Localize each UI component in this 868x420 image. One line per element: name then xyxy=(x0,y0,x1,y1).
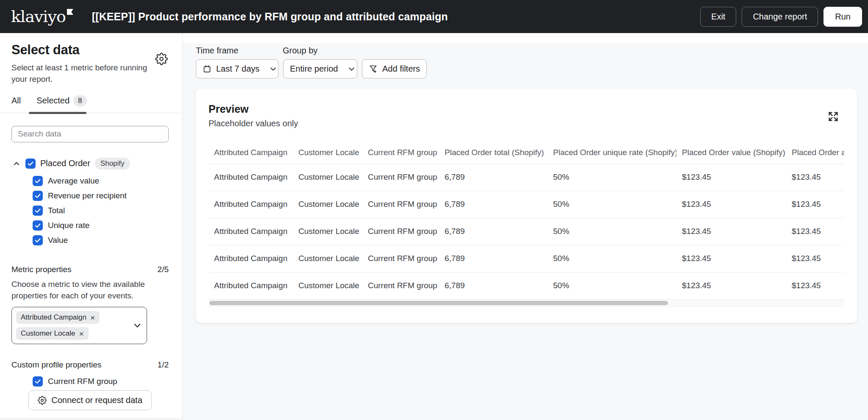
chip-attributed-campaign: Attributed Campaign × xyxy=(16,311,100,324)
gear-icon xyxy=(38,396,47,405)
metric-label: Unique rate xyxy=(48,221,89,230)
group-by-label: Group by xyxy=(283,46,317,56)
metric-item: Value xyxy=(33,235,169,245)
preview-table: Attributed CampaignCustomer LocaleCurren… xyxy=(209,142,844,299)
table-cell: 6,789 xyxy=(439,218,548,245)
metric-label: Total xyxy=(48,206,65,215)
group-by-value: Entire period xyxy=(290,64,338,74)
metric-item: Revenue per recipient xyxy=(33,191,169,201)
column-header: Current RFM group xyxy=(362,142,439,164)
table-cell: $123.45 xyxy=(676,218,786,245)
custom-profile-property-item: Current RFM group xyxy=(33,376,169,387)
metric-checkbox[interactable] xyxy=(33,191,43,201)
klaviyo-logo[interactable]: klaviyo xyxy=(11,8,73,25)
metric-label: Revenue per recipient xyxy=(48,191,127,200)
table-cell: $123.45 xyxy=(786,191,844,218)
chevron-down-icon xyxy=(347,64,356,73)
close-icon: × xyxy=(79,329,84,338)
table-cell: $123.45 xyxy=(676,245,786,272)
tab-selected-label: Selected xyxy=(36,96,70,106)
placed-order-checkbox[interactable] xyxy=(25,159,36,169)
chip-label: Customer Locale xyxy=(21,329,75,338)
top-bar: klaviyo [[KEEP]] Product performance by … xyxy=(0,0,868,33)
metric-checkbox[interactable] xyxy=(33,220,43,231)
preview-subtitle: Placeholder values only xyxy=(209,119,844,128)
table-cell: Customer Locale xyxy=(293,191,362,218)
preview-table-wrapper: Attributed CampaignCustomer LocaleCurren… xyxy=(209,142,844,299)
horizontal-scrollbar[interactable] xyxy=(209,299,844,306)
table-cell: Current RFM group xyxy=(362,191,439,218)
current-rfm-group-checkbox[interactable] xyxy=(33,376,43,387)
table-cell: 50% xyxy=(548,272,676,299)
table-cell: 50% xyxy=(548,218,676,245)
metric-checkbox[interactable] xyxy=(33,235,43,245)
expand-arrows-icon xyxy=(827,111,839,122)
table-cell: Attributed Campaign xyxy=(209,218,293,245)
funnel-plus-icon xyxy=(369,64,378,73)
time-frame-dropdown[interactable]: Last 7 days xyxy=(196,59,278,78)
chevron-down-icon xyxy=(132,320,142,331)
selected-count-badge: 8 xyxy=(73,95,86,106)
run-button[interactable]: Run xyxy=(823,7,862,27)
source-badge: Shopify xyxy=(95,158,130,170)
column-header: Attributed Campaign xyxy=(209,142,293,164)
table-cell: Customer Locale xyxy=(293,164,362,191)
sidebar-settings-button[interactable] xyxy=(155,53,168,65)
tab-selected[interactable]: Selected 8 xyxy=(36,95,86,106)
expand-preview-button[interactable] xyxy=(827,111,839,122)
metric-checkbox[interactable] xyxy=(33,176,43,186)
metric-properties-title: Metric properties xyxy=(11,265,72,274)
table-cell: 50% xyxy=(548,191,676,218)
custom-profile-property-label: Current RFM group xyxy=(48,377,117,386)
table-cell: Attributed Campaign xyxy=(209,191,293,218)
custom-profile-properties-header: Custom profile properties 1/2 xyxy=(11,360,169,370)
check-icon xyxy=(27,160,34,167)
time-frame-value: Last 7 days xyxy=(216,64,259,74)
metric-checkbox[interactable] xyxy=(33,206,43,216)
add-filters-label: Add filters xyxy=(382,64,420,74)
active-tab-indicator xyxy=(29,112,86,114)
search-input[interactable] xyxy=(11,126,169,142)
add-filters-button[interactable]: Add filters xyxy=(362,59,427,78)
metric-properties-description: Choose a metric to view the available pr… xyxy=(11,278,149,302)
table-cell: Customer Locale xyxy=(293,245,362,272)
check-icon xyxy=(34,207,42,214)
main-content: Time frame Group by Last 7 days xyxy=(183,33,868,420)
table-cell: $123.45 xyxy=(676,164,786,191)
table-cell: Customer Locale xyxy=(293,272,362,299)
metric-item: Total xyxy=(33,206,169,216)
table-cell: Attributed Campaign xyxy=(209,272,293,299)
group-by-dropdown[interactable]: Entire period xyxy=(283,59,357,78)
tab-all[interactable]: All xyxy=(11,96,21,106)
sidebar-bottom-fade xyxy=(0,417,182,420)
exit-button[interactable]: Exit xyxy=(700,7,736,27)
gear-icon xyxy=(155,53,168,65)
scrollbar-thumb[interactable] xyxy=(209,301,668,305)
check-icon xyxy=(34,378,42,385)
column-header: Placed Order value (Shopify) xyxy=(676,142,786,164)
filters-bar: Time frame Group by Last 7 days xyxy=(196,46,427,78)
table-cell: Current RFM group xyxy=(362,164,439,191)
preview-title: Preview xyxy=(209,103,844,115)
filter-controls: Last 7 days Entire period xyxy=(196,59,427,78)
collapse-group-button[interactable] xyxy=(12,159,21,168)
custom-profile-properties-count: 1/2 xyxy=(158,360,169,370)
table-row: Attributed CampaignCustomer LocaleCurren… xyxy=(209,191,844,218)
change-report-button[interactable]: Change report xyxy=(742,7,818,27)
metric-properties-multiselect[interactable]: Attributed Campaign × Customer Locale × xyxy=(11,307,147,344)
metric-label: Average value xyxy=(48,176,99,186)
klaviyo-flag-icon xyxy=(67,9,73,15)
metric-label: Value xyxy=(48,236,68,245)
chip-label: Attributed Campaign xyxy=(21,313,86,322)
metric-group-label: Placed Order xyxy=(40,159,90,168)
metric-properties-header: Metric properties 2/5 xyxy=(11,265,169,274)
table-cell: $123.45 xyxy=(786,245,844,272)
connect-or-request-data-button[interactable]: Connect or request data xyxy=(28,390,152,410)
table-cell: 6,789 xyxy=(439,191,548,218)
connect-button-label: Connect or request data xyxy=(51,395,142,405)
chip-remove-button[interactable]: × xyxy=(79,330,84,338)
chip-remove-button[interactable]: × xyxy=(90,314,95,322)
table-row: Attributed CampaignCustomer LocaleCurren… xyxy=(209,218,844,245)
table-cell: $123.45 xyxy=(786,164,844,191)
metric-item: Unique rate xyxy=(33,220,169,231)
